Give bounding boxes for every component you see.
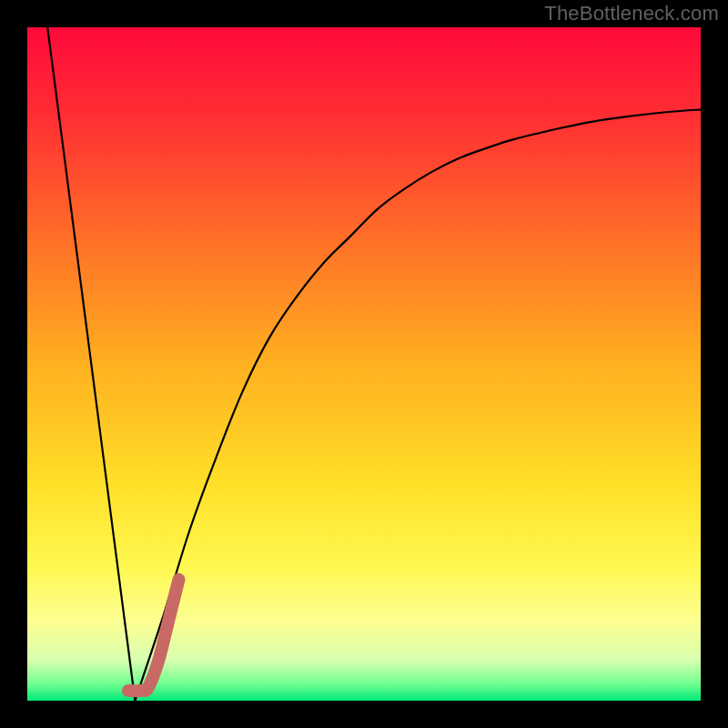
chart-frame: TheBottleneck.com: [0, 0, 728, 728]
watermark-text: TheBottleneck.com: [544, 2, 719, 25]
chart-svg: [0, 0, 728, 728]
plot-background: [27, 27, 701, 701]
